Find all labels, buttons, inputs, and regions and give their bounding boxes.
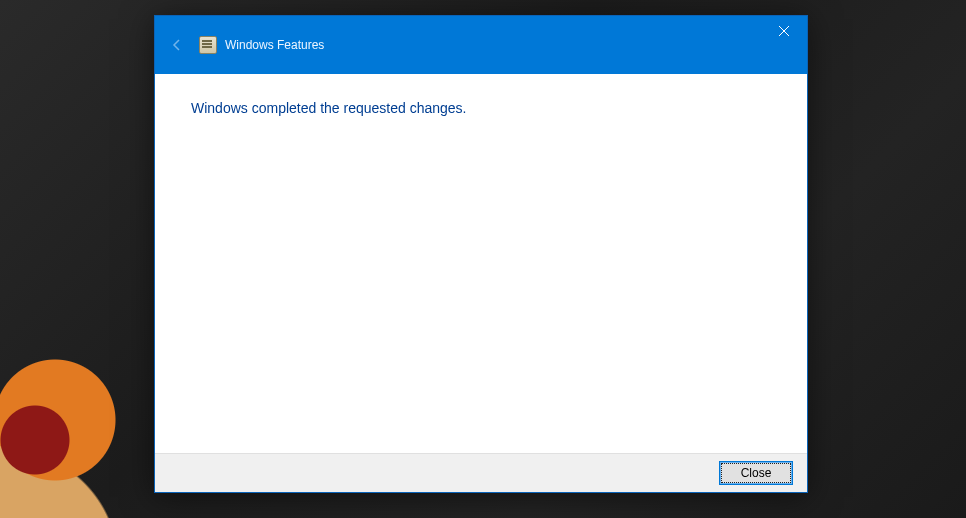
back-arrow-icon [169, 37, 185, 53]
dialog-titlebar: Windows Features [155, 16, 807, 74]
close-icon [778, 25, 790, 37]
dialog-content: Windows completed the requested changes. [155, 74, 807, 453]
window-close-button[interactable] [761, 16, 807, 46]
windows-features-dialog: Windows Features Windows completed the r… [154, 15, 808, 493]
status-message: Windows completed the requested changes. [191, 100, 771, 116]
windows-features-icon [199, 36, 217, 54]
dialog-title: Windows Features [225, 38, 324, 52]
close-button-label: Close [741, 466, 772, 480]
dialog-footer: Close [155, 453, 807, 492]
back-button [161, 29, 193, 61]
close-button[interactable]: Close [719, 461, 793, 485]
desktop-background: Windows Features Windows completed the r… [0, 0, 966, 518]
